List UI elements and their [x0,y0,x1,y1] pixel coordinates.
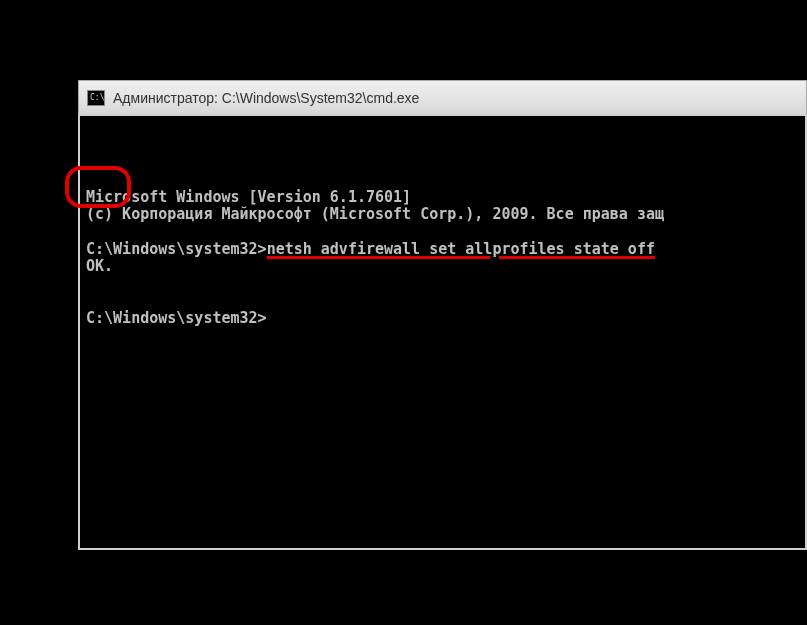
cmd-icon: C:\. [87,90,105,106]
console-copyright-line: (с) Корпорация Майкрософт (Microsoft Cor… [86,206,799,223]
console-blank-line [86,224,799,241]
console-prompt-line: C:\Windows\system32> [86,310,799,327]
console-blank-line-3 [86,293,799,310]
console-prompt: C:\Windows\system32> [86,240,267,258]
titlebar[interactable]: C:\. Администратор: C:\Windows\System32\… [78,80,807,114]
console-area[interactable]: Microsoft Windows [Version 6.1.7601](с) … [78,114,807,550]
console-command-line: C:\Windows\system32>netsh advfirewall se… [86,241,799,258]
console-ok-line: ОК. [86,258,799,275]
console-blank-line-2 [86,275,799,292]
console-command: netsh advfirewall set allprofiles state … [267,240,655,258]
console-version-line: Microsoft Windows [Version 6.1.7601] [86,189,799,206]
cmd-window: C:\. Администратор: C:\Windows\System32\… [78,80,807,550]
window-title: Администратор: C:\Windows\System32\cmd.e… [113,90,419,106]
